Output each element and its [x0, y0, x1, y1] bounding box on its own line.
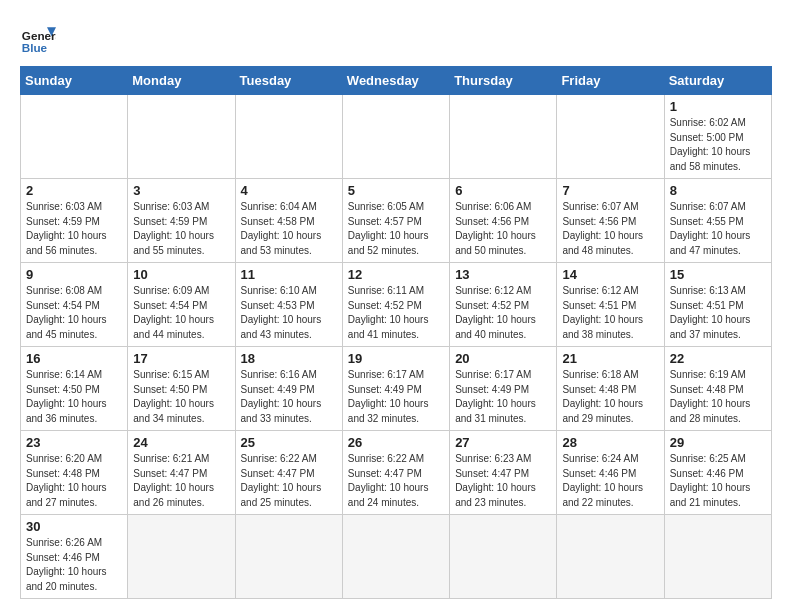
header-thursday: Thursday — [450, 67, 557, 95]
day-number: 4 — [241, 183, 337, 198]
calendar-cell — [450, 515, 557, 599]
day-number: 20 — [455, 351, 551, 366]
day-number: 15 — [670, 267, 766, 282]
header-saturday: Saturday — [664, 67, 771, 95]
day-number: 29 — [670, 435, 766, 450]
header-wednesday: Wednesday — [342, 67, 449, 95]
day-info: Sunrise: 6:13 AM Sunset: 4:51 PM Dayligh… — [670, 284, 766, 342]
calendar-cell: 19Sunrise: 6:17 AM Sunset: 4:49 PM Dayli… — [342, 347, 449, 431]
day-info: Sunrise: 6:15 AM Sunset: 4:50 PM Dayligh… — [133, 368, 229, 426]
day-number: 21 — [562, 351, 658, 366]
calendar-cell — [21, 95, 128, 179]
day-info: Sunrise: 6:22 AM Sunset: 4:47 PM Dayligh… — [348, 452, 444, 510]
day-info: Sunrise: 6:04 AM Sunset: 4:58 PM Dayligh… — [241, 200, 337, 258]
day-number: 24 — [133, 435, 229, 450]
calendar-cell: 11Sunrise: 6:10 AM Sunset: 4:53 PM Dayli… — [235, 263, 342, 347]
header-friday: Friday — [557, 67, 664, 95]
day-info: Sunrise: 6:20 AM Sunset: 4:48 PM Dayligh… — [26, 452, 122, 510]
calendar-cell: 13Sunrise: 6:12 AM Sunset: 4:52 PM Dayli… — [450, 263, 557, 347]
day-number: 9 — [26, 267, 122, 282]
calendar-cell — [128, 95, 235, 179]
day-info: Sunrise: 6:07 AM Sunset: 4:55 PM Dayligh… — [670, 200, 766, 258]
day-number: 1 — [670, 99, 766, 114]
day-number: 2 — [26, 183, 122, 198]
calendar-cell: 4Sunrise: 6:04 AM Sunset: 4:58 PM Daylig… — [235, 179, 342, 263]
calendar-cell — [128, 515, 235, 599]
calendar-cell: 15Sunrise: 6:13 AM Sunset: 4:51 PM Dayli… — [664, 263, 771, 347]
calendar-week-2: 9Sunrise: 6:08 AM Sunset: 4:54 PM Daylig… — [21, 263, 772, 347]
day-number: 17 — [133, 351, 229, 366]
day-number: 7 — [562, 183, 658, 198]
calendar-cell: 27Sunrise: 6:23 AM Sunset: 4:47 PM Dayli… — [450, 431, 557, 515]
day-info: Sunrise: 6:03 AM Sunset: 4:59 PM Dayligh… — [133, 200, 229, 258]
header-tuesday: Tuesday — [235, 67, 342, 95]
day-info: Sunrise: 6:26 AM Sunset: 4:46 PM Dayligh… — [26, 536, 122, 594]
day-info: Sunrise: 6:19 AM Sunset: 4:48 PM Dayligh… — [670, 368, 766, 426]
day-number: 27 — [455, 435, 551, 450]
day-number: 14 — [562, 267, 658, 282]
day-info: Sunrise: 6:16 AM Sunset: 4:49 PM Dayligh… — [241, 368, 337, 426]
day-info: Sunrise: 6:14 AM Sunset: 4:50 PM Dayligh… — [26, 368, 122, 426]
day-info: Sunrise: 6:21 AM Sunset: 4:47 PM Dayligh… — [133, 452, 229, 510]
day-info: Sunrise: 6:23 AM Sunset: 4:47 PM Dayligh… — [455, 452, 551, 510]
day-number: 12 — [348, 267, 444, 282]
day-number: 25 — [241, 435, 337, 450]
calendar-cell: 29Sunrise: 6:25 AM Sunset: 4:46 PM Dayli… — [664, 431, 771, 515]
calendar-cell: 8Sunrise: 6:07 AM Sunset: 4:55 PM Daylig… — [664, 179, 771, 263]
calendar-cell: 26Sunrise: 6:22 AM Sunset: 4:47 PM Dayli… — [342, 431, 449, 515]
day-info: Sunrise: 6:11 AM Sunset: 4:52 PM Dayligh… — [348, 284, 444, 342]
calendar-cell: 12Sunrise: 6:11 AM Sunset: 4:52 PM Dayli… — [342, 263, 449, 347]
calendar-cell — [557, 515, 664, 599]
calendar-cell — [235, 95, 342, 179]
header-sunday: Sunday — [21, 67, 128, 95]
day-number: 23 — [26, 435, 122, 450]
calendar-header-row: SundayMondayTuesdayWednesdayThursdayFrid… — [21, 67, 772, 95]
day-number: 10 — [133, 267, 229, 282]
day-number: 16 — [26, 351, 122, 366]
calendar-cell: 23Sunrise: 6:20 AM Sunset: 4:48 PM Dayli… — [21, 431, 128, 515]
calendar-cell: 5Sunrise: 6:05 AM Sunset: 4:57 PM Daylig… — [342, 179, 449, 263]
day-number: 19 — [348, 351, 444, 366]
page-header: General Blue — [20, 20, 772, 56]
day-number: 5 — [348, 183, 444, 198]
header-monday: Monday — [128, 67, 235, 95]
calendar-cell: 24Sunrise: 6:21 AM Sunset: 4:47 PM Dayli… — [128, 431, 235, 515]
calendar-cell: 17Sunrise: 6:15 AM Sunset: 4:50 PM Dayli… — [128, 347, 235, 431]
calendar-cell — [557, 95, 664, 179]
calendar-week-1: 2Sunrise: 6:03 AM Sunset: 4:59 PM Daylig… — [21, 179, 772, 263]
day-info: Sunrise: 6:22 AM Sunset: 4:47 PM Dayligh… — [241, 452, 337, 510]
day-info: Sunrise: 6:09 AM Sunset: 4:54 PM Dayligh… — [133, 284, 229, 342]
calendar-cell: 14Sunrise: 6:12 AM Sunset: 4:51 PM Dayli… — [557, 263, 664, 347]
day-info: Sunrise: 6:17 AM Sunset: 4:49 PM Dayligh… — [455, 368, 551, 426]
day-info: Sunrise: 6:12 AM Sunset: 4:52 PM Dayligh… — [455, 284, 551, 342]
calendar-cell — [450, 95, 557, 179]
logo: General Blue — [20, 20, 56, 56]
day-number: 3 — [133, 183, 229, 198]
calendar-cell: 25Sunrise: 6:22 AM Sunset: 4:47 PM Dayli… — [235, 431, 342, 515]
calendar-cell: 18Sunrise: 6:16 AM Sunset: 4:49 PM Dayli… — [235, 347, 342, 431]
calendar-cell — [342, 515, 449, 599]
calendar-cell: 22Sunrise: 6:19 AM Sunset: 4:48 PM Dayli… — [664, 347, 771, 431]
calendar-week-5: 30Sunrise: 6:26 AM Sunset: 4:46 PM Dayli… — [21, 515, 772, 599]
calendar-cell: 7Sunrise: 6:07 AM Sunset: 4:56 PM Daylig… — [557, 179, 664, 263]
calendar-week-4: 23Sunrise: 6:20 AM Sunset: 4:48 PM Dayli… — [21, 431, 772, 515]
calendar-cell: 10Sunrise: 6:09 AM Sunset: 4:54 PM Dayli… — [128, 263, 235, 347]
calendar-cell: 3Sunrise: 6:03 AM Sunset: 4:59 PM Daylig… — [128, 179, 235, 263]
day-number: 26 — [348, 435, 444, 450]
day-info: Sunrise: 6:12 AM Sunset: 4:51 PM Dayligh… — [562, 284, 658, 342]
day-number: 13 — [455, 267, 551, 282]
day-info: Sunrise: 6:05 AM Sunset: 4:57 PM Dayligh… — [348, 200, 444, 258]
calendar-table: SundayMondayTuesdayWednesdayThursdayFrid… — [20, 66, 772, 599]
day-info: Sunrise: 6:18 AM Sunset: 4:48 PM Dayligh… — [562, 368, 658, 426]
calendar-cell: 30Sunrise: 6:26 AM Sunset: 4:46 PM Dayli… — [21, 515, 128, 599]
day-info: Sunrise: 6:03 AM Sunset: 4:59 PM Dayligh… — [26, 200, 122, 258]
calendar-cell: 1Sunrise: 6:02 AM Sunset: 5:00 PM Daylig… — [664, 95, 771, 179]
day-info: Sunrise: 6:10 AM Sunset: 4:53 PM Dayligh… — [241, 284, 337, 342]
day-number: 8 — [670, 183, 766, 198]
calendar-cell: 9Sunrise: 6:08 AM Sunset: 4:54 PM Daylig… — [21, 263, 128, 347]
day-info: Sunrise: 6:06 AM Sunset: 4:56 PM Dayligh… — [455, 200, 551, 258]
day-info: Sunrise: 6:25 AM Sunset: 4:46 PM Dayligh… — [670, 452, 766, 510]
day-number: 28 — [562, 435, 658, 450]
calendar-cell: 28Sunrise: 6:24 AM Sunset: 4:46 PM Dayli… — [557, 431, 664, 515]
calendar-cell: 21Sunrise: 6:18 AM Sunset: 4:48 PM Dayli… — [557, 347, 664, 431]
